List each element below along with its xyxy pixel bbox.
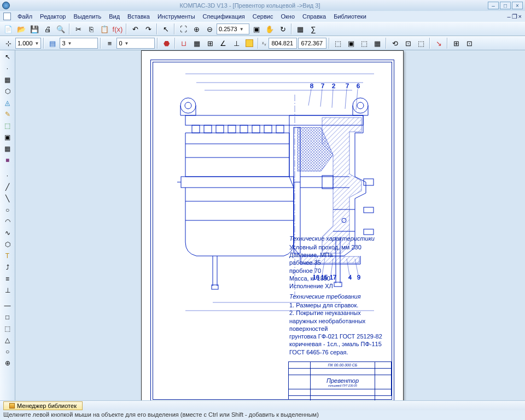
library-manager-tab[interactable]: Менеджер библиотек: [3, 401, 83, 410]
maximize-button[interactable]: □: [500, 2, 511, 9]
copy-button[interactable]: ⎘: [85, 23, 97, 35]
menu-file[interactable]: Файл: [14, 12, 36, 21]
tool-f[interactable]: ⊡: [402, 37, 414, 49]
redo-button[interactable]: ↷: [142, 23, 154, 35]
grid-button[interactable]: ▦: [191, 37, 203, 49]
vtool-equal[interactable]: ≡: [2, 273, 14, 284]
tool-edit[interactable]: ▣: [2, 132, 14, 143]
zoom-out-button[interactable]: ⊖: [203, 23, 215, 35]
drawing-sheet: 8 7 2 7 6: [141, 50, 404, 400]
zoom-window-button[interactable]: ▣: [250, 23, 262, 35]
coord-x-field[interactable]: 804.821: [269, 38, 297, 49]
vars-button[interactable]: ∑: [307, 23, 319, 35]
menu-editor[interactable]: Редактор: [37, 12, 69, 21]
doc-icon[interactable]: [3, 13, 11, 20]
vtool-spline[interactable]: ∿: [2, 228, 14, 238]
menu-view[interactable]: Вид: [106, 12, 123, 21]
preview-button[interactable]: 🔍: [55, 23, 67, 35]
tool-table[interactable]: ⬚: [2, 120, 14, 131]
paste-button[interactable]: 📋: [98, 23, 110, 35]
menu-select[interactable]: Выделить: [70, 12, 104, 21]
menu-window[interactable]: Окно: [277, 12, 298, 21]
new-button[interactable]: 📄: [2, 23, 14, 35]
stop-button[interactable]: ⬣: [160, 37, 172, 49]
layer-dropdown[interactable]: 3 ▼: [60, 38, 98, 49]
perp-button[interactable]: ⊥: [230, 37, 242, 49]
pan-button[interactable]: ✋: [264, 23, 276, 35]
tool-d[interactable]: ▦: [371, 37, 383, 49]
minimize-button[interactable]: –: [488, 2, 499, 9]
props-button[interactable]: f(x): [112, 23, 124, 35]
vtool-line2[interactable]: ╲: [2, 193, 14, 204]
vtool-letter[interactable]: T: [2, 250, 14, 261]
vtool-circle[interactable]: ○: [2, 205, 14, 215]
cut-button[interactable]: ✂: [72, 23, 84, 35]
vtool-hline[interactable]: —: [2, 300, 14, 311]
doc-close[interactable]: ×: [518, 13, 522, 20]
tool-hatch[interactable]: ◬: [2, 97, 14, 108]
tool-geom[interactable]: ▦: [2, 74, 14, 85]
ortho-icon: ⊞: [206, 39, 214, 48]
vtool-fillet[interactable]: ⤴: [2, 262, 14, 273]
tool-text[interactable]: ✎: [2, 109, 14, 120]
vtool-pt[interactable]: ·: [2, 170, 14, 181]
view-mgr-button[interactable]: ▦: [294, 23, 306, 35]
zoom-dropdown[interactable]: 0.2573 ▼: [217, 24, 249, 34]
save-button[interactable]: 💾: [28, 23, 40, 35]
tool-h[interactable]: ↘: [433, 37, 445, 49]
vtool-target[interactable]: ⊕: [2, 358, 14, 369]
tool-measure[interactable]: ■: [2, 155, 14, 166]
tool-c[interactable]: ⬚: [358, 37, 370, 49]
drawing-subtitle: кольцевой ПУГ-230-35: [328, 384, 357, 387]
tool-i[interactable]: ⊞: [450, 37, 462, 49]
tool-g[interactable]: ⬚: [415, 37, 427, 49]
vtool-arc[interactable]: ◠: [2, 216, 14, 227]
doc-minimize[interactable]: –: [507, 13, 510, 20]
open-icon: 📂: [17, 25, 26, 33]
ortho-button[interactable]: ⊞: [204, 37, 216, 49]
refresh-button[interactable]: ↻: [277, 23, 289, 35]
doc-restore[interactable]: ❐: [512, 13, 517, 20]
menu-service[interactable]: Сервис: [249, 12, 277, 21]
tool-param[interactable]: ▦: [2, 143, 14, 154]
vtool-tri[interactable]: △: [2, 335, 14, 346]
tech-line: рабочее 35: [289, 259, 388, 266]
tool-j[interactable]: ⊡: [463, 37, 475, 49]
tool-a[interactable]: ⬚: [332, 37, 344, 49]
open-button[interactable]: 📂: [15, 23, 27, 35]
pointer-button[interactable]: ↖: [160, 23, 172, 35]
coord-y-field[interactable]: 672.367: [298, 38, 326, 49]
tool-dim[interactable]: ⬡: [2, 86, 14, 97]
vtool-circ2[interactable]: ○: [2, 346, 14, 357]
tool-point[interactable]: ·: [2, 63, 14, 74]
vtool-line[interactable]: ╱: [2, 182, 14, 192]
snap-button[interactable]: ⊹: [2, 37, 14, 49]
tool-e[interactable]: ⟲: [389, 37, 401, 49]
snap-toggle[interactable]: ⊔: [178, 37, 190, 49]
zoom-in-button[interactable]: ⊕: [190, 23, 202, 35]
style-button[interactable]: ≡: [103, 37, 115, 49]
menu-help[interactable]: Справка: [299, 12, 329, 21]
undo-button[interactable]: ↶: [129, 23, 141, 35]
menu-spec[interactable]: Спецификация: [200, 12, 248, 21]
tool-select[interactable]: ↖: [2, 51, 14, 62]
svg-rect-25: [240, 125, 248, 133]
tool-b[interactable]: ▣: [345, 37, 357, 49]
print-button[interactable]: 🖨: [42, 23, 54, 35]
vtool-perp[interactable]: ⊥: [2, 285, 14, 296]
scale-dropdown[interactable]: 1.000 ▼: [15, 38, 41, 49]
round-button[interactable]: [243, 37, 255, 49]
menu-libraries[interactable]: Библиотеки: [330, 12, 370, 21]
canvas-area[interactable]: 8 7 2 7 6: [15, 50, 525, 400]
close-button[interactable]: ×: [512, 2, 523, 9]
vtool-rect2[interactable]: ⬚: [2, 323, 14, 334]
menu-tools[interactable]: Инструменты: [154, 12, 199, 21]
svg-rect-26: [252, 125, 260, 133]
layer-mgr-button[interactable]: ▤: [46, 37, 59, 49]
vtool-poly[interactable]: ⬡: [2, 239, 14, 250]
vtool-rect[interactable]: □: [2, 312, 14, 323]
zoom-fit-button[interactable]: ⛶: [177, 23, 189, 35]
angle-button[interactable]: ∠: [217, 37, 229, 49]
menu-insert[interactable]: Вставка: [124, 12, 153, 21]
style-dropdown[interactable]: 0 ▼: [116, 38, 155, 49]
